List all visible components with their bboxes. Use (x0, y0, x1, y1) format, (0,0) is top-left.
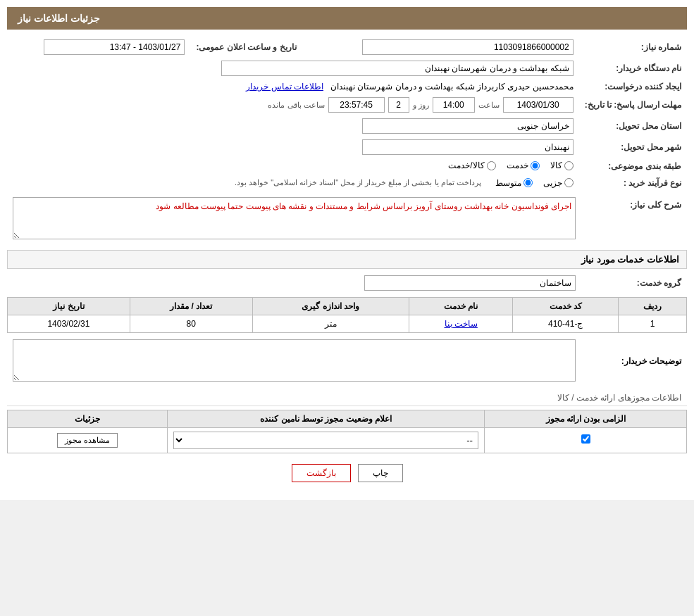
category-kala-radio[interactable] (564, 161, 574, 170)
services-section-title: اطلاعات خدمات مورد نیاز (7, 250, 687, 269)
deadline-remaining-label: ساعت باقی مانده (268, 101, 324, 110)
creator-contact-link[interactable]: اطلاعات تماس خریدار (246, 82, 323, 92)
col-code: کد خدمت (513, 297, 619, 315)
buyer-desc-label: توضیحات خریدار: (581, 337, 687, 386)
deadline-row: 1403/01/30 ساعت 14:00 روز و 2 23:57:45 س… (7, 94, 579, 115)
lic-col-status: اعلام وضعیت مجوز توسط نامین کننده (168, 410, 485, 427)
province-label: استان محل تحویل: (579, 115, 687, 137)
announce-date-label: تاریخ و ساعت اعلان عمومی: (190, 37, 310, 58)
need-number-value: 1103091866000002 (311, 37, 579, 58)
lic-status-select[interactable]: -- (173, 432, 478, 449)
category-khedmat[interactable]: خدمت (507, 161, 540, 170)
announce-date-input: 1403/01/27 - 13:47 (44, 39, 185, 55)
lic-required-cell (485, 427, 687, 453)
lic-col-details: جزئیات (8, 410, 168, 427)
page-header: جزئیات اطلاعات نیاز (7, 7, 687, 30)
print-button[interactable]: چاپ (358, 464, 403, 482)
province-input: خراسان جنوبی (362, 118, 574, 134)
cell-row: 1 (619, 315, 687, 332)
cell-qty: 80 (130, 315, 252, 332)
service-group-table: گروه خدمت: ساختمان (7, 272, 687, 294)
table-row: -- مشاهده مجوز (8, 427, 687, 453)
need-number-input: 1103091866000002 (362, 39, 574, 55)
lic-status-cell: -- (168, 427, 485, 453)
buyer-org-value: شبکه بهداشت و درمان شهرستان نهبندان (7, 58, 579, 79)
deadline-days-box: 2 (388, 97, 409, 113)
buyer-desc-table: توضیحات خریدار: (7, 337, 687, 386)
buyer-desc-cell (7, 337, 581, 386)
lic-col-required: الزامی بودن ارائه مجوز (485, 410, 687, 427)
buyer-desc-textarea[interactable] (13, 339, 576, 382)
need-number-label: شماره نیاز: (579, 37, 687, 58)
deadline-remaining-box: 23:57:45 (328, 97, 385, 113)
col-name: نام خدمت (409, 297, 513, 315)
category-kala-khedmat-radio[interactable] (487, 161, 496, 170)
category-kala-khedmat[interactable]: کالا/خدمت (448, 161, 495, 170)
city-value: نهبندان (7, 137, 579, 158)
view-license-button[interactable]: مشاهده مجوز (57, 433, 118, 448)
procure-motavasset-radio[interactable] (523, 178, 533, 187)
col-qty: تعداد / مقدار (130, 297, 252, 315)
cell-unit: متر (252, 315, 409, 332)
service-group-input: ساختمان (364, 275, 576, 291)
province-value: خراسان جنوبی (7, 115, 579, 137)
services-data-table: ردیف کد خدمت نام خدمت واحد اندازه گیری ت… (7, 297, 687, 333)
licenses-section-title: اطلاعات مجوزهای ارائه خدمت / کالا (7, 390, 687, 406)
procure-row: جزیی متوسط پرداخت تمام یا بخشی از مبلغ خ… (7, 175, 579, 191)
deadline-day-label: روز و (413, 101, 429, 110)
category-kala-label: کالا (550, 161, 562, 170)
lic-required-checkbox[interactable] (581, 434, 590, 444)
col-row: ردیف (619, 297, 687, 315)
col-date: تاریخ نیاز (8, 297, 130, 315)
lic-details-cell: مشاهده مجوز (8, 427, 168, 453)
cell-name[interactable]: ساخت بنا (409, 315, 513, 332)
description-textarea[interactable] (13, 197, 576, 239)
category-khedmat-radio[interactable] (531, 161, 540, 170)
category-kala-khedmat-label: کالا/خدمت (448, 161, 484, 170)
procure-jozi[interactable]: جزیی (543, 178, 574, 188)
category-radios: کالا خدمت کالا/خدمت (7, 158, 579, 175)
page-title: جزئیات اطلاعات نیاز (18, 13, 100, 24)
city-label: شهر محل تحویل: (579, 137, 687, 158)
table-row: 1 ج-41-410 ساخت بنا متر 80 1403/02/31 (8, 315, 687, 332)
col-unit: واحد اندازه گیری (252, 297, 409, 315)
deadline-label: مهلت ارسال پاسخ: تا تاریخ: (579, 94, 687, 115)
page-wrapper: جزئیات اطلاعات نیاز شماره نیاز: 11030918… (0, 0, 694, 500)
cell-date: 1403/02/31 (8, 315, 130, 332)
description-label: شرح کلی نیاز: (581, 194, 687, 244)
buyer-org-input: شبکه بهداشت و درمان شهرستان نهبندان (221, 61, 574, 76)
service-group-value: ساختمان (7, 272, 581, 294)
deadline-date-box: 1403/01/30 (503, 97, 574, 113)
creator-label: ایجاد کننده درخواست: (579, 79, 687, 94)
buyer-org-label: نام دستگاه خریدار: (579, 58, 687, 79)
licenses-data-table: الزامی بودن ارائه مجوز اعلام وضعیت مجوز … (7, 410, 687, 453)
procure-note: پرداخت تمام یا بخشی از مبلغ خریدار از مح… (235, 178, 481, 187)
procure-label: نوع فرآیند خرید : (579, 175, 687, 191)
city-input: نهبندان (362, 139, 574, 155)
announce-date-value: 1403/01/27 - 13:47 (7, 37, 190, 58)
category-khedmat-label: خدمت (507, 161, 528, 170)
bottom-buttons: چاپ بازگشت (7, 464, 687, 482)
procure-motavasset-label: متوسط (495, 178, 521, 188)
service-group-label: گروه خدمت: (581, 272, 687, 294)
back-button[interactable]: بازگشت (292, 464, 351, 482)
category-kala[interactable]: کالا (550, 161, 574, 170)
procure-jozi-label: جزیی (543, 178, 562, 188)
deadline-time-label: ساعت (478, 101, 500, 110)
description-section: شرح کلی نیاز: (7, 194, 687, 244)
description-value-cell (7, 194, 581, 244)
procure-jozi-radio[interactable] (564, 178, 574, 187)
category-label: طبقه بندی موضوعی: (579, 158, 687, 175)
cell-code: ج-41-410 (513, 315, 619, 332)
main-info-table: شماره نیاز: 1103091866000002 تاریخ و ساع… (7, 37, 687, 191)
creator-text: محمدحسین حیدری کاربرداز شبکه بهداشت و در… (330, 82, 574, 92)
procure-motavasset[interactable]: متوسط (495, 178, 533, 188)
deadline-time-box: 14:00 (433, 97, 475, 113)
creator-value: محمدحسین حیدری کاربرداز شبکه بهداشت و در… (7, 79, 579, 94)
